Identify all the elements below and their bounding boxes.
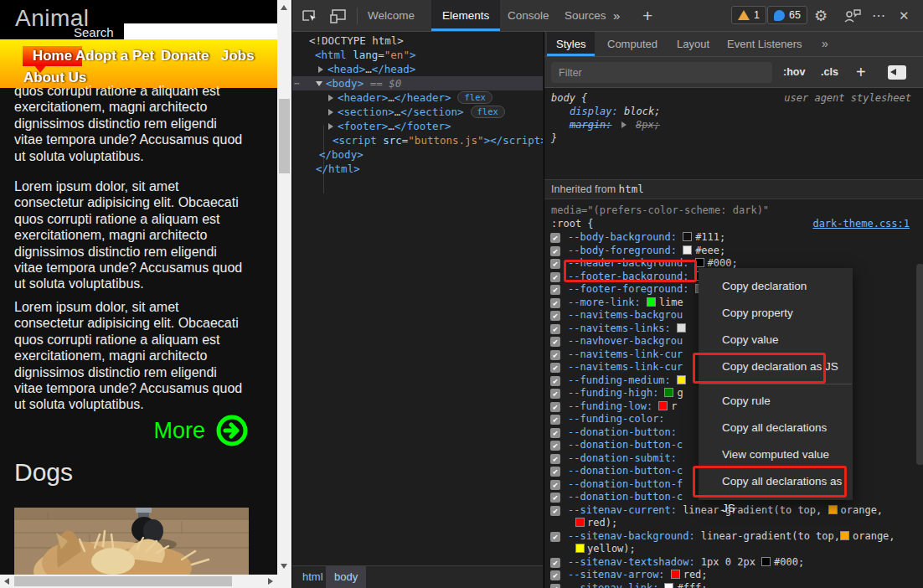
property-name[interactable]: --donation-button: bbox=[568, 426, 677, 440]
issues-badge[interactable]: 65 bbox=[767, 6, 807, 24]
scroll-up-icon[interactable] bbox=[281, 5, 287, 10]
expander-icon[interactable] bbox=[316, 81, 322, 86]
css-property-row[interactable]: ✔--sitenav-arrow:red; bbox=[544, 569, 913, 582]
property-value[interactable]: linear-gradient(to top, orange, bbox=[683, 504, 883, 518]
property-checkbox[interactable]: ✔ bbox=[550, 415, 560, 425]
dom-node-text[interactable]: <script src="buttons.js"></script> bbox=[333, 133, 543, 147]
filter-input[interactable] bbox=[551, 62, 772, 83]
nav-item-home[interactable]: Home bbox=[23, 46, 82, 66]
warnings-badge[interactable]: 1 bbox=[731, 6, 766, 24]
property-name[interactable]: --more-link: bbox=[568, 297, 641, 310]
property-name[interactable]: --sitenav-background: bbox=[568, 530, 695, 544]
color-swatch[interactable] bbox=[840, 531, 849, 540]
css-property-row[interactable]: ✔--sitenav-textshadow:1px 0 2px #000; bbox=[544, 556, 913, 570]
property-checkbox[interactable]: ✔ bbox=[550, 558, 560, 568]
dom-tree-row[interactable]: <script src="buttons.js"></script> bbox=[292, 133, 543, 147]
property-name[interactable]: --donation-button-c bbox=[568, 491, 683, 504]
menu-item-copy-all-declarations-as-js[interactable]: Copy all declarations as JS bbox=[699, 468, 853, 495]
dom-tree-row[interactable]: <html lang="en"> bbox=[292, 48, 543, 62]
property-checkbox[interactable]: ✔ bbox=[550, 363, 560, 373]
flex-badge[interactable]: flex bbox=[471, 106, 505, 118]
property-name[interactable]: --body-foreground: bbox=[568, 245, 677, 258]
more-options-icon[interactable]: ⋯ bbox=[872, 0, 885, 32]
menu-item-view-computed-value[interactable]: View computed value bbox=[699, 441, 853, 468]
nav-item-donate[interactable]: Donate bbox=[161, 48, 209, 64]
menu-item-copy-declaration-as-js[interactable]: Copy declaration as JS bbox=[699, 353, 853, 380]
horizontal-scroll-thumb[interactable] bbox=[14, 576, 232, 586]
property-value[interactable]: #fff; bbox=[664, 582, 707, 588]
property-name[interactable]: --body-background: bbox=[568, 231, 677, 245]
property-checkbox[interactable]: ✔ bbox=[550, 389, 560, 399]
root-selector[interactable]: :root { bbox=[551, 218, 594, 231]
inspect-icon[interactable] bbox=[301, 8, 317, 24]
dom-tree-row[interactable]: </body> bbox=[292, 147, 543, 162]
pseudo-state-button[interactable]: :hov bbox=[783, 57, 805, 87]
property-checkbox[interactable]: ✔ bbox=[550, 428, 560, 438]
dom-node-text[interactable]: </html> bbox=[316, 162, 360, 176]
property-value[interactable]: linear-gradient(to top,orange, bbox=[701, 530, 895, 544]
more-arrow-icon[interactable] bbox=[215, 414, 249, 447]
property-value[interactable]: r bbox=[658, 400, 677, 414]
property-name[interactable]: --donation-button-c bbox=[568, 465, 683, 478]
settings-gear-icon[interactable]: ⚙ bbox=[814, 0, 828, 32]
dom-tree-row[interactable]: <header>…</header>flex bbox=[292, 90, 543, 105]
tab-welcome[interactable]: Welcome bbox=[357, 0, 425, 31]
css-property-row[interactable]: ✔--body-foreground:#eee; bbox=[544, 245, 913, 258]
dom-tree-row[interactable]: ⋯<body> == $0 bbox=[292, 76, 543, 90]
property-name[interactable]: --footer-foreground: bbox=[568, 283, 689, 297]
page-vertical-scrollbar[interactable] bbox=[277, 0, 291, 575]
more-tabs-icon[interactable]: » bbox=[812, 32, 838, 56]
dom-tree-row[interactable]: <section>…</section>flex bbox=[292, 105, 543, 119]
property-checkbox[interactable]: ✔ bbox=[550, 584, 560, 588]
css-property-row[interactable]: ✔--sitenav-link:#fff; bbox=[544, 582, 913, 588]
color-swatch[interactable] bbox=[677, 323, 686, 333]
menu-item-copy-property[interactable]: Copy property bbox=[699, 300, 853, 327]
property-checkbox[interactable]: ✔ bbox=[550, 493, 560, 503]
property-value[interactable]: 1px 0 2px #000; bbox=[701, 556, 804, 570]
add-tab-icon[interactable]: + bbox=[642, 0, 652, 32]
property-name[interactable]: --funding-low: bbox=[568, 400, 652, 414]
property-value[interactable] bbox=[677, 322, 689, 336]
property-name[interactable]: --navhover-backgrou bbox=[568, 335, 683, 348]
feedback-icon[interactable] bbox=[843, 8, 862, 23]
property-name[interactable]: --navitems-link-cur bbox=[568, 361, 683, 374]
flex-badge[interactable]: flex bbox=[457, 91, 492, 104]
color-swatch[interactable] bbox=[683, 232, 692, 241]
scroll-down-icon[interactable] bbox=[281, 564, 287, 569]
property-value[interactable]: g bbox=[664, 387, 683, 400]
property-name[interactable]: --navitems-backgrou bbox=[568, 309, 683, 322]
property-name[interactable]: --funding-color: bbox=[568, 413, 665, 426]
menu-item-copy-value[interactable]: Copy value bbox=[699, 327, 853, 353]
property-checkbox[interactable]: ✔ bbox=[550, 259, 560, 269]
color-swatch[interactable] bbox=[695, 258, 704, 267]
nav-item-jobs[interactable]: Jobs bbox=[221, 48, 255, 64]
color-swatch[interactable] bbox=[671, 570, 680, 579]
property-name[interactable]: --sitenav-arrow: bbox=[568, 569, 665, 582]
ua-display-declaration[interactable]: display: block; bbox=[570, 106, 660, 119]
dom-node-text[interactable]: <html lang="en"> bbox=[315, 48, 415, 62]
property-value[interactable]: red; bbox=[671, 569, 708, 582]
dom-node-text[interactable]: <header>…</header>flex bbox=[338, 90, 492, 105]
color-swatch[interactable] bbox=[575, 544, 585, 553]
dom-node-text[interactable]: <!DOCTYPE html> bbox=[309, 34, 404, 48]
property-checkbox[interactable]: ✔ bbox=[550, 298, 560, 308]
property-value[interactable]: #111; bbox=[683, 231, 725, 245]
property-name[interactable]: --funding-high: bbox=[568, 387, 658, 400]
property-checkbox[interactable]: ✔ bbox=[550, 402, 560, 412]
device-toolbar-icon[interactable] bbox=[329, 8, 348, 24]
property-value[interactable] bbox=[677, 374, 689, 388]
property-name[interactable]: --donation-button-c bbox=[568, 439, 683, 452]
property-value[interactable]: lime bbox=[647, 297, 683, 310]
property-checkbox[interactable]: ✔ bbox=[550, 570, 560, 580]
color-swatch[interactable] bbox=[683, 245, 692, 255]
dom-node-text[interactable]: </body> bbox=[319, 147, 364, 162]
expander-icon[interactable] bbox=[328, 95, 333, 101]
dom-tree-row[interactable]: </html> bbox=[292, 162, 543, 176]
tab-computed[interactable]: Computed bbox=[598, 32, 667, 56]
css-property-row[interactable]: ✔--body-background:#111; bbox=[544, 231, 913, 245]
tab-elements[interactable]: Elements bbox=[431, 0, 500, 31]
tab-layout[interactable]: Layout bbox=[668, 32, 719, 56]
property-name[interactable]: --footer-background: bbox=[568, 271, 689, 284]
color-swatch[interactable] bbox=[677, 375, 686, 384]
tab-console[interactable]: Console bbox=[497, 0, 560, 31]
